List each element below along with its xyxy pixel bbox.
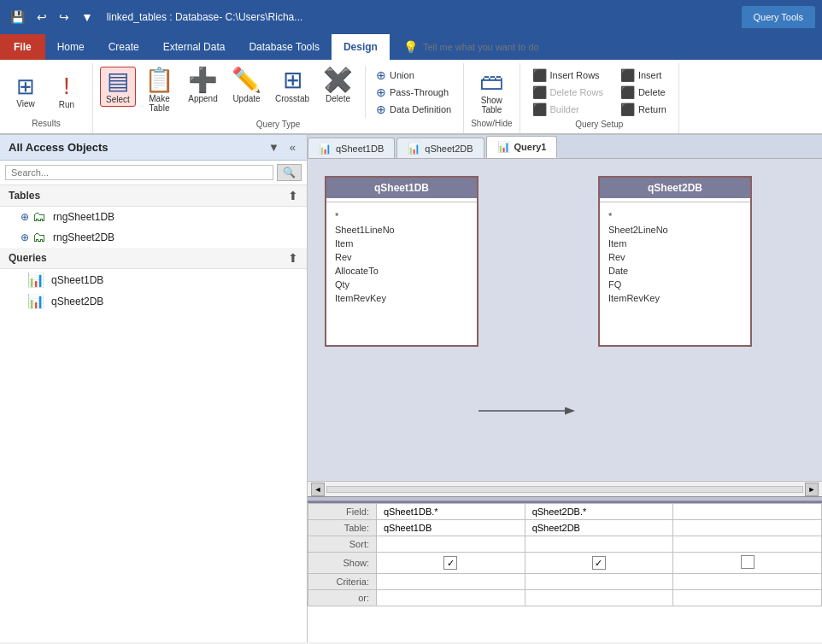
field-Rev-1[interactable]: Rev <box>326 250 477 264</box>
append-button[interactable]: ➕ Append <box>183 67 223 105</box>
show-table-button[interactable]: 🗃 ShowTable <box>473 68 510 116</box>
show-hide-group-label: Show/Hide <box>471 119 512 130</box>
sidebar-search-bar: 🔍 <box>0 161 307 185</box>
horizontal-scrollbar: ◄ ► <box>308 481 822 496</box>
sidebar-search-input[interactable] <box>5 165 273 180</box>
pass-through-button[interactable]: ⊕ Pass-Through <box>371 84 456 101</box>
sidebar-item-qSheet1DB[interactable]: 📊 qSheet1DB <box>0 269 307 290</box>
main-area: All Access Objects ▼ « 🔍 Tables ⬆ ⊕ 🗂 rn… <box>0 135 822 642</box>
insert-button[interactable]: ⬛ Insert <box>615 67 672 84</box>
field-star-2[interactable]: * <box>600 209 750 223</box>
field-AllocateTo[interactable]: AllocateTo <box>326 264 477 278</box>
append-label: Append <box>188 94 217 103</box>
sidebar-collapse-btn[interactable]: « <box>287 140 298 155</box>
table-box-qSheet1DB: qSheet1DB * Sheet1LineNo Item Rev Alloca… <box>325 176 479 347</box>
grid-cell-field-3[interactable] <box>673 504 822 520</box>
more-icon[interactable]: ▼ <box>78 9 97 26</box>
make-table-button[interactable]: 📋 MakeTable <box>139 67 179 114</box>
tab-external-data[interactable]: External Data <box>151 34 238 60</box>
grid-label-or: or: <box>308 590 377 606</box>
insert-rows-button[interactable]: ⬛ Insert Rows <box>527 67 608 84</box>
sidebar-item-rngSheet2DB[interactable]: ⊕ 🗂 rngSheet2DB <box>0 227 307 248</box>
sidebar-item-qSheet2DB[interactable]: 📊 qSheet2DB <box>0 290 307 312</box>
sidebar-filter-btn[interactable]: ▼ <box>266 140 282 155</box>
field-Sheet1LineNo[interactable]: Sheet1LineNo <box>326 223 477 237</box>
save-icon[interactable]: 💾 <box>7 9 28 26</box>
builder-button[interactable]: ⬛ Builder <box>527 101 608 118</box>
grid-cell-sort-2[interactable] <box>525 536 673 553</box>
undo-icon[interactable]: ↩ <box>33 9 50 26</box>
return-icon: ⬛ <box>620 102 635 116</box>
run-button[interactable]: ! Run <box>48 73 85 111</box>
field-Item-2[interactable]: Item <box>600 237 750 250</box>
grid-cell-table-1[interactable]: qSheet1DB <box>377 520 525 536</box>
grid-cell-criteria-3[interactable] <box>673 574 822 590</box>
select-button[interactable]: ▤ Select <box>100 67 136 107</box>
query-grid: Field: qSheet1DB.* qSheet2DB.* Table: qS… <box>308 501 822 642</box>
grid-cell-or-3[interactable] <box>673 590 822 606</box>
union-button[interactable]: ⊕ Union <box>371 67 456 84</box>
delete-qtype-button[interactable]: ✖️ Delete <box>318 67 358 105</box>
field-FQ[interactable]: FQ <box>600 278 750 291</box>
grid-cell-show-1[interactable]: ✓ <box>377 553 525 574</box>
field-Qty[interactable]: Qty <box>326 278 477 291</box>
sidebar-search-button[interactable]: 🔍 <box>277 164 302 181</box>
checkbox-show-1[interactable]: ✓ <box>443 556 457 570</box>
tab-database-tools[interactable]: Database Tools <box>237 34 332 60</box>
tables-collapse-btn[interactable]: ⬆ <box>288 189 298 202</box>
field-Sheet2LineNo[interactable]: Sheet2LineNo <box>600 223 750 237</box>
field-ItemRevKey-2[interactable]: ItemRevKey <box>600 291 750 305</box>
grid-cell-or-1[interactable] <box>377 590 525 606</box>
sidebar-section-header-tables: Tables ⬆ <box>0 185 307 207</box>
qtab-label-3: Query1 <box>514 142 547 152</box>
grid-cell-or-2[interactable] <box>525 590 673 606</box>
field-ItemRevKey-1[interactable]: ItemRevKey <box>326 291 477 305</box>
grid-cell-show-3[interactable] <box>673 553 822 574</box>
delete-button[interactable]: ⬛ Delete <box>615 84 672 101</box>
query-tab-qSheet2DB[interactable]: 📊 qSheet2DB <box>396 138 484 158</box>
grid-cell-criteria-1[interactable] <box>377 574 525 590</box>
query-tab-qSheet1DB[interactable]: 📊 qSheet1DB <box>308 138 395 158</box>
sidebar-title: All Access Objects <box>9 141 109 154</box>
grid-cell-show-2[interactable]: ✓ <box>525 553 673 574</box>
redo-icon[interactable]: ↪ <box>56 9 73 26</box>
grid-cell-field-1[interactable]: qSheet1DB.* <box>377 504 525 520</box>
field-Rev-2[interactable]: Rev <box>600 250 750 264</box>
grid-label-table: Table: <box>308 520 377 536</box>
query-label-1: qSheet1DB <box>51 274 103 286</box>
scroll-track[interactable] <box>326 486 803 493</box>
grid-cell-field-2[interactable]: qSheet2DB.* <box>525 504 673 520</box>
view-button[interactable]: ⊞ View <box>7 73 44 110</box>
update-button[interactable]: ✏️ Update <box>226 67 267 105</box>
queries-collapse-btn[interactable]: ⬆ <box>288 251 298 265</box>
tab-home[interactable]: Home <box>45 34 97 60</box>
ribbon-group-results: ⊞ View ! Run Results <box>0 63 93 133</box>
ribbon-group-query-setup: ⬛ Insert Rows ⬛ Delete Rows ⬛ Builder ⬛ <box>520 63 679 133</box>
data-definition-button[interactable]: ⊕ Data Definition <box>371 101 456 118</box>
tab-create[interactable]: Create <box>97 34 151 60</box>
tab-design[interactable]: Design <box>332 34 390 60</box>
sidebar-item-rngSheet1DB[interactable]: ⊕ 🗂 rngSheet1DB <box>0 207 307 227</box>
checkbox-show-3[interactable] <box>741 555 754 569</box>
delete-rows-label: Delete Rows <box>550 87 603 97</box>
table-icon-2: 🗂 <box>32 230 46 245</box>
query-tab-Query1[interactable]: 📊 Query1 <box>486 136 558 158</box>
field-Item-1[interactable]: Item <box>326 237 477 250</box>
grid-cell-sort-1[interactable] <box>377 536 525 553</box>
grid-label-criteria: Criteria: <box>308 574 377 590</box>
grid-cell-table-2[interactable]: qSheet2DB <box>525 520 673 536</box>
delete-rows-button[interactable]: ⬛ Delete Rows <box>527 84 608 101</box>
grid-cell-criteria-2[interactable] <box>525 574 673 590</box>
grid-cell-table-3[interactable] <box>673 520 822 536</box>
scroll-right-btn[interactable]: ► <box>805 483 819 496</box>
tab-file[interactable]: File <box>0 34 45 60</box>
return-button[interactable]: ⬛ Return <box>615 101 672 118</box>
field-star-1[interactable]: * <box>326 209 477 223</box>
crosstab-button[interactable]: ⊞ Crosstab <box>270 67 314 105</box>
tell-me-input[interactable] <box>423 42 611 52</box>
grid-row-show: Show: ✓ ✓ <box>308 553 822 574</box>
field-Date[interactable]: Date <box>600 264 750 278</box>
checkbox-show-2[interactable]: ✓ <box>592 556 606 570</box>
scroll-left-btn[interactable]: ◄ <box>311 483 325 496</box>
grid-cell-sort-3[interactable] <box>673 536 822 553</box>
